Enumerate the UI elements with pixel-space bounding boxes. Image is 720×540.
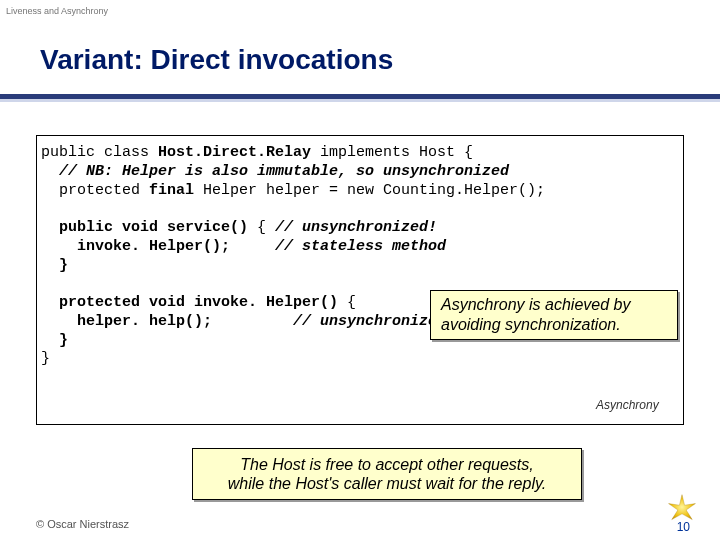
package-label: Asynchrony xyxy=(596,398,659,412)
page-number: 10 xyxy=(677,520,690,534)
svg-marker-0 xyxy=(669,495,696,520)
note-asynchrony: Asynchrony is achieved by avoiding synch… xyxy=(430,290,678,340)
slide-title: Variant: Direct invocations xyxy=(40,44,393,76)
topic-label: Liveness and Asynchrony xyxy=(6,6,108,16)
title-rule-light xyxy=(0,99,720,102)
note-bottom: The Host is free to accept other request… xyxy=(192,448,582,500)
slide: Liveness and Asynchrony Variant: Direct … xyxy=(0,0,720,540)
copyright: © Oscar Nierstrasz xyxy=(36,518,129,530)
code-box: public class Host.Direct.Relay implement… xyxy=(36,135,684,425)
